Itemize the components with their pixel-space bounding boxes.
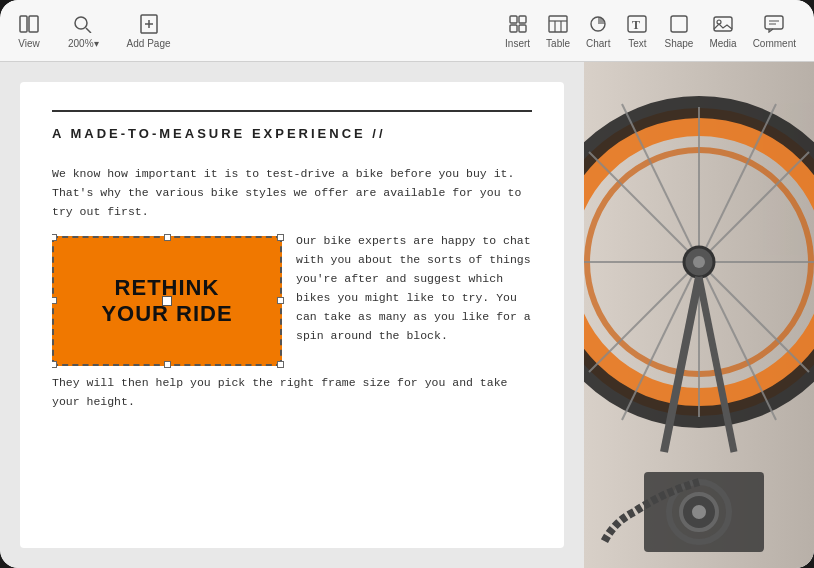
shape-label: Shape	[664, 38, 693, 49]
table-label: Table	[546, 38, 570, 49]
toolbar-right: Insert Table	[499, 9, 802, 53]
comment-icon	[763, 13, 785, 35]
paragraph-3: They will then help you pick the right f…	[52, 374, 532, 412]
main-area: A MADE-TO-MEASURE EXPERIENCE // We know …	[0, 62, 814, 568]
page: A MADE-TO-MEASURE EXPERIENCE // We know …	[20, 82, 564, 548]
chart-label: Chart	[586, 38, 610, 49]
insert-button[interactable]: Insert	[499, 9, 536, 53]
text-float-area: RETHINK YOUR RIDE Our bike experts are h…	[52, 232, 532, 366]
svg-rect-11	[549, 16, 567, 32]
comment-label: Comment	[753, 38, 796, 49]
table-icon	[547, 13, 569, 35]
handle-tl[interactable]	[52, 234, 57, 241]
orange-text-box[interactable]: RETHINK YOUR RIDE	[52, 236, 282, 366]
page-divider	[52, 110, 532, 112]
zoom-button[interactable]: 200%▾	[62, 9, 105, 53]
svg-point-45	[692, 505, 706, 519]
svg-point-2	[75, 17, 87, 29]
svg-rect-21	[765, 16, 783, 29]
svg-rect-1	[29, 16, 38, 32]
svg-line-3	[86, 28, 91, 33]
view-icon	[18, 13, 40, 35]
add-page-button[interactable]: Add Page	[121, 9, 177, 53]
add-page-icon	[138, 13, 160, 35]
svg-text:T: T	[632, 18, 640, 32]
media-label: Media	[709, 38, 736, 49]
insert-label: Insert	[505, 38, 530, 49]
text-content: We know how important it is to test-driv…	[52, 159, 532, 412]
bike-wheel-illustration	[584, 62, 814, 568]
zoom-icon	[72, 13, 94, 35]
svg-rect-19	[714, 17, 732, 31]
view-label: View	[18, 38, 40, 49]
document-area: A MADE-TO-MEASURE EXPERIENCE // We know …	[0, 62, 584, 568]
device-frame: View 200%▾	[0, 0, 814, 568]
svg-rect-0	[20, 16, 27, 32]
toolbar-left: View 200%▾	[12, 9, 177, 53]
view-button[interactable]: View	[12, 9, 46, 53]
media-icon	[712, 13, 734, 35]
handle-bl[interactable]	[52, 361, 57, 368]
shape-button[interactable]: Shape	[658, 9, 699, 53]
bike-image-area	[584, 62, 814, 568]
insert-icon	[507, 13, 529, 35]
svg-rect-18	[671, 16, 687, 32]
handle-ml[interactable]	[52, 297, 57, 304]
add-page-label: Add Page	[127, 38, 171, 49]
chart-button[interactable]: Chart	[580, 9, 616, 53]
orange-box-text: RETHINK YOUR RIDE	[101, 275, 232, 328]
chart-icon	[587, 13, 609, 35]
page-heading: A MADE-TO-MEASURE EXPERIENCE //	[52, 126, 532, 141]
handle-bc[interactable]	[164, 361, 171, 368]
toolbar: View 200%▾	[0, 0, 814, 62]
text-label: Text	[628, 38, 646, 49]
media-button[interactable]: Media	[703, 9, 742, 53]
text-button[interactable]: T Text	[620, 9, 654, 53]
paragraph-1: We know how important it is to test-driv…	[52, 165, 532, 222]
shape-icon	[668, 13, 690, 35]
svg-rect-9	[510, 25, 517, 32]
text-icon: T	[626, 13, 648, 35]
svg-rect-8	[519, 16, 526, 23]
handle-tr[interactable]	[277, 234, 284, 241]
handle-mr[interactable]	[277, 297, 284, 304]
table-button[interactable]: Table	[540, 9, 576, 53]
zoom-label: 200%▾	[68, 38, 99, 49]
comment-button[interactable]: Comment	[747, 9, 802, 53]
float-text: Our bike experts are happy to chat with …	[296, 232, 532, 366]
handle-br[interactable]	[277, 361, 284, 368]
svg-point-41	[693, 256, 705, 268]
svg-rect-7	[510, 16, 517, 23]
handle-tc[interactable]	[164, 234, 171, 241]
svg-rect-10	[519, 25, 526, 32]
